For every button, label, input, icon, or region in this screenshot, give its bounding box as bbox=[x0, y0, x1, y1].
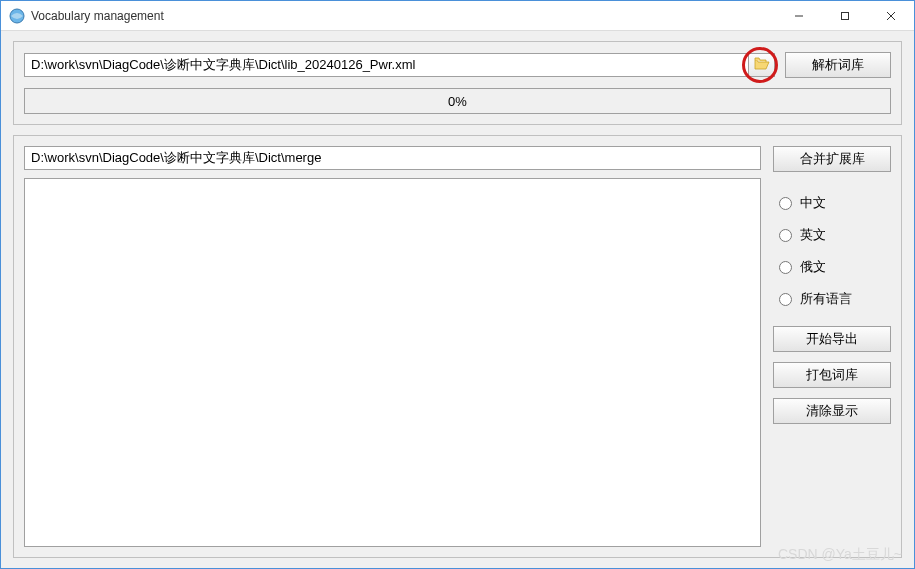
clear-button[interactable]: 清除显示 bbox=[773, 398, 891, 424]
app-window: Vocabulary management bbox=[0, 0, 915, 569]
source-path-input[interactable] bbox=[25, 54, 748, 76]
language-radio-group: 中文 英文 俄文 所有语言 bbox=[773, 182, 891, 316]
radio-en-input[interactable] bbox=[779, 229, 792, 242]
radio-zh[interactable]: 中文 bbox=[779, 194, 887, 212]
titlebar: Vocabulary management bbox=[1, 1, 914, 31]
output-left bbox=[24, 146, 761, 547]
merge-path-input[interactable] bbox=[25, 147, 760, 169]
client-area: 解析词库 0% 合并扩展库 中文 bbox=[1, 31, 914, 568]
export-button[interactable]: 开始导出 bbox=[773, 326, 891, 352]
pack-button[interactable]: 打包词库 bbox=[773, 362, 891, 388]
radio-all-label: 所有语言 bbox=[800, 290, 852, 308]
radio-zh-label: 中文 bbox=[800, 194, 826, 212]
radio-ru-input[interactable] bbox=[779, 261, 792, 274]
window-title: Vocabulary management bbox=[31, 9, 776, 23]
progress-text: 0% bbox=[448, 94, 467, 109]
radio-zh-input[interactable] bbox=[779, 197, 792, 210]
source-path-wrapper bbox=[24, 53, 775, 77]
merge-button[interactable]: 合并扩展库 bbox=[773, 146, 891, 172]
radio-ru[interactable]: 俄文 bbox=[779, 258, 887, 276]
output-textarea[interactable] bbox=[24, 178, 761, 547]
svg-rect-2 bbox=[842, 12, 849, 19]
radio-all-input[interactable] bbox=[779, 293, 792, 306]
close-button[interactable] bbox=[868, 1, 914, 30]
merge-path-box bbox=[24, 146, 761, 170]
radio-en-label: 英文 bbox=[800, 226, 826, 244]
parse-button[interactable]: 解析词库 bbox=[785, 52, 891, 78]
radio-ru-label: 俄文 bbox=[800, 258, 826, 276]
window-controls bbox=[776, 1, 914, 30]
output-panel: 合并扩展库 中文 英文 俄文 bbox=[13, 135, 902, 558]
folder-open-icon bbox=[754, 57, 770, 74]
browse-button[interactable] bbox=[748, 54, 774, 76]
output-right: 合并扩展库 中文 英文 俄文 bbox=[773, 146, 891, 547]
app-icon bbox=[9, 8, 25, 24]
radio-all[interactable]: 所有语言 bbox=[779, 290, 887, 308]
progress-bar: 0% bbox=[24, 88, 891, 114]
radio-en[interactable]: 英文 bbox=[779, 226, 887, 244]
minimize-button[interactable] bbox=[776, 1, 822, 30]
maximize-button[interactable] bbox=[822, 1, 868, 30]
source-panel: 解析词库 0% bbox=[13, 41, 902, 125]
